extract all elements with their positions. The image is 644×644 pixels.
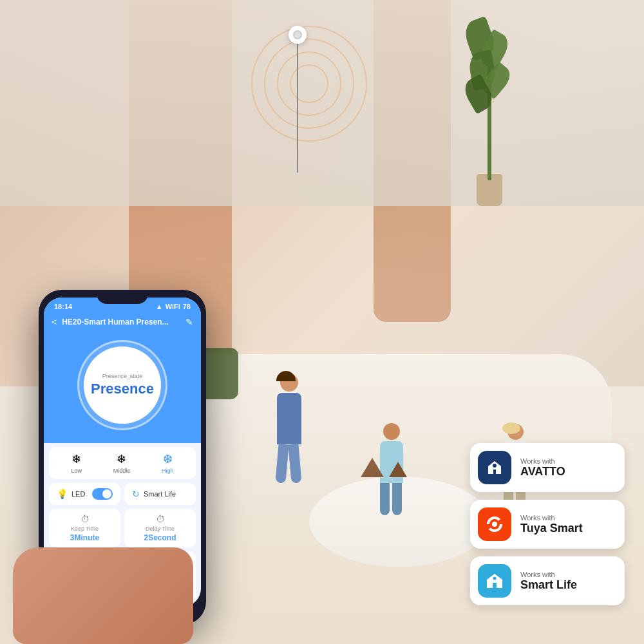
- status-time: 18:14: [54, 303, 72, 310]
- led-toggle[interactable]: [92, 488, 113, 500]
- keep-time-value: 3Minute: [70, 533, 99, 542]
- tuya-works-with-label: Works with: [520, 514, 583, 522]
- delay-time-label: Delay Time: [146, 526, 175, 532]
- led-icon: 💡: [57, 489, 68, 499]
- sensor-wire: [297, 44, 298, 173]
- app-header: < HE20-Smart Human Presen... ✎: [44, 313, 201, 334]
- sens-high-label: High: [162, 468, 174, 474]
- sensitivity-high[interactable]: ❆ High: [162, 452, 174, 474]
- avatto-icon: [478, 451, 511, 484]
- plant: [464, 13, 515, 206]
- edit-button[interactable]: ✎: [185, 317, 193, 327]
- svg-point-1: [492, 522, 497, 527]
- tuya-text: Works with Tuya Smart: [520, 514, 583, 535]
- time-row: ⏱ Keep Time 3Minute ⏱ Delay Time 2Second: [49, 509, 196, 547]
- delay-time-icon: ⏱: [156, 514, 165, 524]
- sens-low-icon: ❄: [71, 452, 81, 466]
- decor-mountains: [361, 458, 407, 480]
- sensitivity-low[interactable]: ❄ Low: [71, 452, 82, 474]
- smartlife-text: Works with Smart Life: [520, 571, 577, 592]
- feature-row: 💡 LED ↻ Smart Life: [49, 483, 196, 505]
- smartlife-icon: [478, 564, 511, 598]
- svg-point-0: [493, 464, 497, 468]
- keep-time-icon: ⏱: [80, 514, 90, 524]
- avatto-text: Works with AVATTO: [520, 457, 565, 478]
- toggle-knob: [102, 489, 111, 498]
- badge-tuya: Works with Tuya Smart: [470, 500, 625, 549]
- presence-section: Presence_state Presence: [44, 334, 201, 443]
- phone-container: 18:14 ▲ WiFi 78 < HE20-Smart Human Prese…: [19, 290, 225, 625]
- radar-waves: [245, 19, 374, 148]
- sens-high-icon: ❆: [163, 452, 173, 466]
- wifi-icon: WiFi: [166, 303, 180, 310]
- led-card: 💡 LED: [49, 483, 120, 505]
- signal-icon: ▲: [156, 303, 163, 310]
- app-title: HE20-Smart Human Presen...: [62, 317, 180, 327]
- smart-life-icon: ↻: [132, 489, 140, 499]
- smartlife-brand-label: Smart Life: [520, 578, 577, 592]
- sens-middle-label: Middle: [113, 468, 131, 474]
- keep-time-label: Keep Time: [71, 526, 99, 532]
- smart-life-label: Smart Life: [144, 490, 176, 498]
- keep-time-card[interactable]: ⏱ Keep Time 3Minute: [49, 509, 120, 547]
- hand: [13, 547, 193, 644]
- led-label: LED: [71, 490, 85, 498]
- presence-circle-inner: Presence_state Presence: [84, 346, 161, 424]
- sensor-device: [289, 26, 307, 44]
- avatto-works-with-label: Works with: [520, 457, 565, 465]
- badges-panel: Works with AVATTO Works with Tuya Smart: [470, 443, 625, 605]
- smartlife-works-with-label: Works with: [520, 571, 577, 578]
- svg-point-2: [493, 577, 497, 580]
- badge-avatto: Works with AVATTO: [470, 443, 625, 492]
- badge-smartlife: Works with Smart Life: [470, 556, 625, 605]
- smart-life-card[interactable]: ↻ Smart Life: [124, 483, 196, 505]
- delay-time-card[interactable]: ⏱ Delay Time 2Second: [124, 509, 196, 547]
- sensitivity-row: ❄ Low ❄ Middle ❆ High: [49, 447, 196, 479]
- tuya-brand-label: Tuya Smart: [520, 522, 583, 535]
- tuya-icon: [478, 507, 511, 541]
- sens-low-label: Low: [71, 468, 82, 474]
- back-button[interactable]: <: [52, 317, 57, 327]
- person-mom: [277, 374, 301, 483]
- avatto-brand-label: AVATTO: [520, 465, 565, 478]
- sensitivity-middle[interactable]: ❄ Middle: [113, 452, 131, 474]
- delay-time-value: 2Second: [144, 533, 176, 542]
- battery-indicator: 78: [183, 303, 191, 310]
- phone-notch: [97, 290, 148, 304]
- presence-state-label: Presence_state: [102, 373, 143, 379]
- sens-middle-icon: ❄: [117, 452, 126, 466]
- presence-value: Presence: [91, 381, 154, 397]
- presence-circle-outer: Presence_state Presence: [77, 340, 167, 430]
